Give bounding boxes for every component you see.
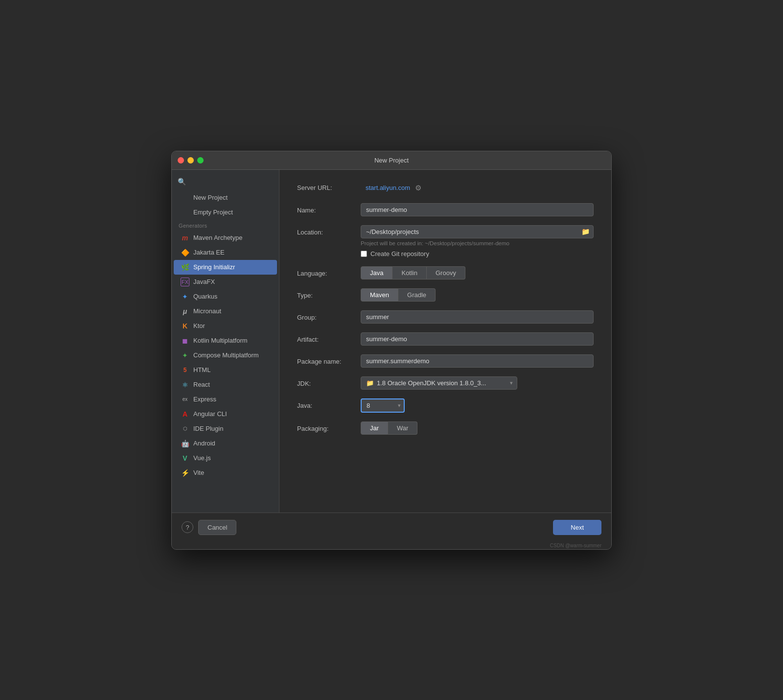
footer-left: ? Cancel [182, 520, 236, 535]
type-row: Type: Maven Gradle [297, 288, 594, 302]
git-checkbox-row: Create Git repository [361, 250, 594, 257]
search-area[interactable]: 🔍 [172, 175, 279, 190]
maximize-button[interactable] [197, 157, 204, 163]
search-icon[interactable]: 🔍 [178, 178, 186, 186]
next-button[interactable]: Next [553, 520, 601, 535]
quarkus-icon: ✦ [181, 292, 189, 301]
empty-project-icon [181, 208, 189, 217]
artifact-label: Artifact: [297, 332, 361, 343]
group-input[interactable] [361, 310, 594, 324]
sidebar-item-new-project[interactable]: New Project [174, 190, 277, 205]
angular-icon: A [181, 410, 189, 419]
sidebar-item-ide-plugin[interactable]: ⬡ IDE Plugin [174, 421, 277, 436]
sidebar-label-new-project: New Project [193, 194, 228, 201]
sidebar-label-empty-project: Empty Project [193, 209, 233, 216]
git-checkbox[interactable] [361, 251, 367, 257]
package-name-row: Package name: [297, 354, 594, 368]
server-url-link[interactable]: start.aliyun.com [366, 184, 410, 191]
language-groovy-button[interactable]: Groovy [427, 266, 465, 280]
type-maven-button[interactable]: Maven [361, 288, 398, 302]
artifact-input[interactable] [361, 332, 594, 346]
sidebar-label-react: React [193, 381, 210, 388]
sidebar-item-html[interactable]: 5 HTML [174, 363, 277, 377]
sidebar-item-javafx[interactable]: FX JavaFX [174, 275, 277, 289]
settings-icon[interactable]: ⚙ [415, 184, 421, 192]
sidebar-item-empty-project[interactable]: Empty Project [174, 205, 277, 220]
sidebar-item-micronaut[interactable]: μ Micronaut [174, 304, 277, 319]
sidebar-label-quarkus: Quarkus [193, 293, 217, 300]
ktor-icon: K [181, 322, 189, 330]
package-name-field [361, 354, 594, 368]
jdk-icon: 📁 [366, 379, 374, 387]
main-content: Server URL: start.aliyun.com ⚙ Name: Loc… [279, 170, 611, 513]
watermark: CSDN @warm-summer [172, 542, 611, 549]
location-wrap: 📁 [361, 225, 594, 238]
sidebar-label-vite: Vite [193, 469, 204, 476]
java-row: Java: 8 11 17 21 ▾ [297, 398, 594, 413]
packaging-toggle-group: Jar War [361, 421, 594, 435]
help-button[interactable]: ? [182, 521, 193, 533]
sidebar-item-compose-multiplatform[interactable]: ✦ Compose Multiplatform [174, 348, 277, 363]
packaging-label: Packaging: [297, 421, 361, 432]
sidebar-label-vuejs: Vue.js [193, 454, 211, 462]
android-icon: 🤖 [181, 439, 189, 448]
minimize-button[interactable] [187, 157, 194, 163]
packaging-jar-button[interactable]: Jar [361, 421, 388, 435]
packaging-war-button[interactable]: War [388, 421, 417, 435]
sidebar-item-vuejs[interactable]: V Vue.js [174, 451, 277, 466]
sidebar-label-express: Express [193, 396, 216, 403]
language-label: Language: [297, 266, 361, 277]
react-icon: ⚛ [181, 380, 189, 389]
sidebar-label-angular: Angular CLI [193, 410, 227, 418]
folder-browse-button[interactable]: 📁 [581, 228, 590, 235]
server-url-label: Server URL: [297, 184, 361, 191]
artifact-field [361, 332, 594, 346]
language-java-button[interactable]: Java [361, 266, 392, 280]
language-kotlin-button[interactable]: Kotlin [392, 266, 427, 280]
name-field [361, 203, 594, 216]
package-name-label: Package name: [297, 354, 361, 365]
sidebar-item-express[interactable]: ex Express [174, 392, 277, 407]
sidebar-item-spring-initializr[interactable]: 🌿 Spring Initializr [174, 260, 277, 275]
language-row: Language: Java Kotlin Groovy [297, 266, 594, 280]
compose-icon: ✦ [181, 351, 189, 360]
artifact-row: Artifact: [297, 332, 594, 346]
jdk-dropdown-button[interactable]: 📁 1.8 Oracle OpenJDK version 1.8.0_3... … [361, 376, 517, 390]
location-input[interactable] [361, 225, 594, 238]
sidebar-label-micronaut: Micronaut [193, 307, 221, 315]
sidebar-label-compose: Compose Multiplatform [193, 351, 259, 359]
sidebar: 🔍 New Project Empty Project Generators m… [172, 170, 279, 513]
java-label: Java: [297, 398, 361, 409]
sidebar-label-spring: Spring Initializr [193, 263, 235, 271]
sidebar-item-kotlin-multiplatform[interactable]: ◼ Kotlin Multiplatform [174, 333, 277, 348]
jdk-row: JDK: 📁 1.8 Oracle OpenJDK version 1.8.0_… [297, 376, 594, 390]
group-field [361, 310, 594, 324]
sidebar-item-ktor[interactable]: K Ktor [174, 319, 277, 333]
new-project-dialog: New Project 🔍 New Project Empty Project … [171, 151, 612, 550]
close-button[interactable] [178, 157, 184, 163]
name-input[interactable] [361, 203, 594, 216]
cancel-button[interactable]: Cancel [198, 520, 236, 535]
sidebar-item-angular-cli[interactable]: A Angular CLI [174, 407, 277, 421]
sidebar-item-quarkus[interactable]: ✦ Quarkus [174, 289, 277, 304]
group-label: Group: [297, 310, 361, 321]
sidebar-item-jakarta-ee[interactable]: 🔶 Jakarta EE [174, 245, 277, 260]
dialog-body: 🔍 New Project Empty Project Generators m… [172, 170, 611, 513]
sidebar-item-maven-archetype[interactable]: m Maven Archetype [174, 231, 277, 245]
jdk-chevron-icon: ▾ [510, 380, 513, 386]
package-name-input[interactable] [361, 354, 594, 368]
type-gradle-button[interactable]: Gradle [398, 288, 436, 302]
java-version-select[interactable]: 8 11 17 21 [361, 398, 405, 413]
sidebar-label-html: HTML [193, 366, 210, 373]
sidebar-item-react[interactable]: ⚛ React [174, 377, 277, 392]
vue-icon: V [181, 454, 189, 463]
jakarta-icon: 🔶 [181, 248, 189, 257]
sidebar-item-android[interactable]: 🤖 Android [174, 436, 277, 451]
javafx-icon: FX [181, 278, 189, 286]
vite-icon: ⚡ [181, 468, 189, 477]
express-icon: ex [181, 395, 189, 404]
spring-icon: 🌿 [181, 263, 189, 272]
title-bar: New Project [172, 151, 611, 170]
sidebar-label-android: Android [193, 440, 215, 447]
sidebar-item-vite[interactable]: ⚡ Vite [174, 466, 277, 480]
